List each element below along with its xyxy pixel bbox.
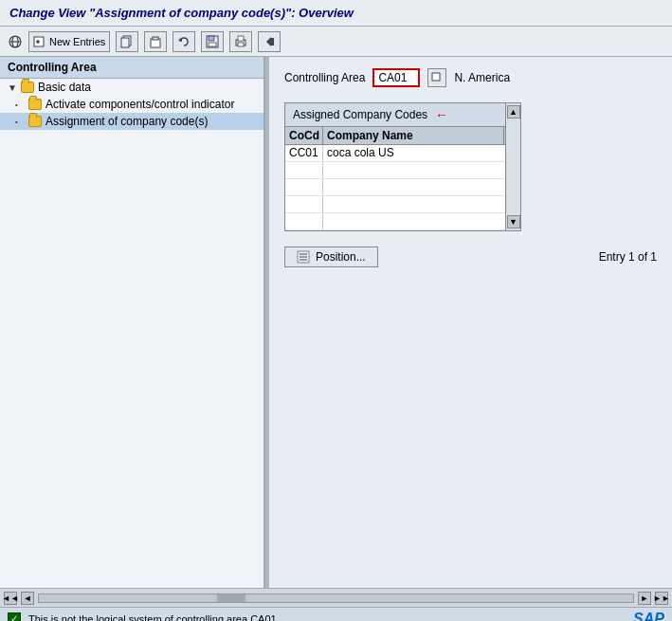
controlling-area-label: Controlling Area xyxy=(284,71,365,84)
undo-button[interactable] xyxy=(173,31,195,52)
sap-logo: SAP xyxy=(633,611,664,621)
toolbar: New Entries xyxy=(0,27,672,57)
tree-item-assignment[interactable]: • Assignment of company code(s) xyxy=(0,113,263,130)
scroll-up-button[interactable]: ▲ xyxy=(507,105,520,119)
svg-marker-17 xyxy=(266,37,271,46)
back-icon xyxy=(263,35,276,48)
assigned-company-codes-table: Assigned Company Codes ← CoCd Company Na… xyxy=(284,102,521,231)
column-header-company-name: Company Name xyxy=(323,127,503,144)
cell-cocd xyxy=(285,213,323,229)
save-icon xyxy=(206,35,219,48)
save-button[interactable] xyxy=(201,31,224,52)
table-row[interactable] xyxy=(285,213,520,230)
controlling-area-row: Controlling Area N. America xyxy=(284,68,657,87)
horizontal-scroll-track[interactable] xyxy=(38,594,634,603)
table-title: Assigned Company Codes xyxy=(293,108,427,121)
cell-company-name xyxy=(323,213,520,229)
table-row[interactable] xyxy=(285,162,520,179)
tree-label-activate: Activate components/control indicator xyxy=(45,98,234,111)
sap-toolbar-icon xyxy=(8,34,23,49)
left-panel: Controlling Area ▼ Basic data • Activate… xyxy=(0,57,265,588)
entry-info: Entry 1 of 1 xyxy=(599,250,657,264)
cell-company-name: coca cola US xyxy=(323,145,520,161)
svg-rect-7 xyxy=(121,38,129,47)
svg-rect-9 xyxy=(153,37,158,40)
left-panel-header: Controlling Area xyxy=(0,57,263,79)
cell-company-name xyxy=(323,179,520,195)
position-row: Position... Entry 1 of 1 xyxy=(284,247,657,267)
back-button[interactable] xyxy=(258,31,281,52)
paste-icon xyxy=(149,35,162,48)
new-entries-icon xyxy=(33,35,46,48)
table-row[interactable] xyxy=(285,179,520,196)
svg-rect-16 xyxy=(238,43,244,46)
tree-expand-arrow: ▼ xyxy=(8,82,17,93)
paste-button[interactable] xyxy=(144,31,167,52)
svg-rect-19 xyxy=(432,73,440,81)
column-header-cocd: CoCd xyxy=(285,127,323,144)
page-title: Change View "Assignment of company code(… xyxy=(9,6,354,20)
scroll-left-left-button[interactable]: ◄◄ xyxy=(4,592,17,605)
folder-icon xyxy=(21,82,34,93)
svg-rect-18 xyxy=(271,38,274,46)
scroll-right-button[interactable]: ► xyxy=(638,592,651,605)
search-icon xyxy=(431,72,443,83)
folder-icon-activate xyxy=(28,99,42,110)
print-icon xyxy=(234,35,247,48)
svg-rect-12 xyxy=(209,36,214,41)
controlling-area-search-button[interactable] xyxy=(427,68,446,87)
svg-rect-15 xyxy=(238,36,244,41)
status-message: This is not the logical system of contro… xyxy=(28,613,277,622)
undo-icon xyxy=(177,35,191,48)
tree-label-assignment: Assignment of company code(s) xyxy=(45,115,208,128)
right-panel: Controlling Area N. America Assigned Com… xyxy=(269,57,672,588)
tree-dot2: • xyxy=(15,118,25,126)
scroll-down-button[interactable]: ▼ xyxy=(507,215,520,228)
copy-button[interactable] xyxy=(116,31,138,52)
status-check-icon: ✓ xyxy=(8,612,21,622)
table-row[interactable]: CC01 coca cola US xyxy=(285,145,520,162)
scroll-right-right-button[interactable]: ►► xyxy=(655,592,668,605)
position-button[interactable]: Position... xyxy=(284,247,378,267)
tree-root-label: Basic data xyxy=(38,81,91,94)
table-scrollbar[interactable]: ▲ ▼ xyxy=(505,103,520,230)
table-header: CoCd Company Name xyxy=(285,127,520,145)
position-icon xyxy=(297,250,310,264)
svg-rect-13 xyxy=(209,43,216,46)
table-title-arrow: ← xyxy=(435,107,448,122)
controlling-area-name: N. America xyxy=(454,71,510,84)
main-layout: Controlling Area ▼ Basic data • Activate… xyxy=(0,57,672,588)
folder-icon-assignment xyxy=(28,116,42,127)
bottom-scrollbar: ◄◄ ◄ ► ►► xyxy=(0,588,672,607)
title-bar: Change View "Assignment of company code(… xyxy=(0,0,672,27)
position-button-label: Position... xyxy=(316,250,366,264)
table-title-bar: Assigned Company Codes ← xyxy=(285,103,520,127)
cell-company-name xyxy=(323,162,520,178)
print-button[interactable] xyxy=(229,31,252,52)
cell-company-name xyxy=(323,196,520,212)
cell-cocd xyxy=(285,196,323,212)
horizontal-scroll-thumb[interactable] xyxy=(217,594,245,602)
cell-cocd xyxy=(285,162,323,178)
copy-icon xyxy=(120,35,134,48)
tree-dot: • xyxy=(15,100,25,109)
cell-cocd: CC01 xyxy=(285,145,323,161)
scroll-left-button[interactable]: ◄ xyxy=(21,592,34,605)
new-entries-button[interactable]: New Entries xyxy=(28,31,110,52)
cell-cocd xyxy=(285,179,323,195)
tree-root-item[interactable]: ▼ Basic data xyxy=(0,79,263,96)
table-row[interactable] xyxy=(285,196,520,213)
controlling-area-input[interactable] xyxy=(372,68,420,87)
status-bar: ✓ This is not the logical system of cont… xyxy=(0,607,672,621)
tree-item-activate[interactable]: • Activate components/control indicator xyxy=(0,96,263,113)
table-wrapper: Assigned Company Codes ← CoCd Company Na… xyxy=(284,102,531,231)
